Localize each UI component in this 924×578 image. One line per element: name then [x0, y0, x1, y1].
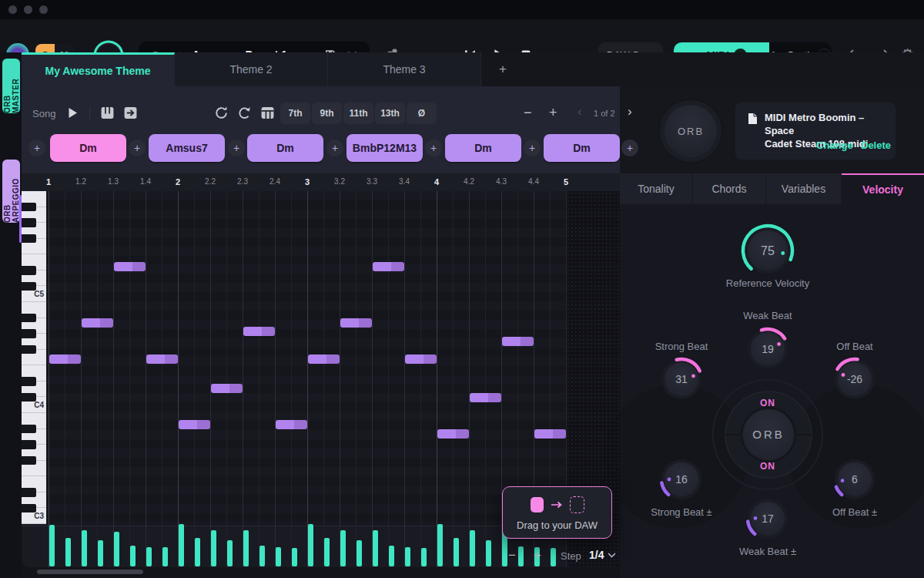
- add-chord-button[interactable]: +: [326, 139, 343, 156]
- chord-pill-dm[interactable]: Dm: [445, 134, 521, 162]
- add-chord-button[interactable]: +: [129, 139, 146, 156]
- tab-variables[interactable]: Variables: [766, 173, 842, 204]
- piano-black-key[interactable]: [22, 234, 36, 244]
- timeline-ruler[interactable]: 11.21.31.422.22.32.433.23.33.444.24.34.4…: [22, 173, 620, 191]
- velocity-bar[interactable]: [82, 530, 87, 566]
- tab-theme-1[interactable]: My Awesome Theme: [22, 52, 175, 86]
- window-dot-2[interactable]: [24, 5, 32, 14]
- velocity-bar[interactable]: [259, 546, 265, 566]
- page-next-icon[interactable]: ›: [628, 104, 632, 119]
- key-range-indicator[interactable]: [19, 195, 22, 243]
- midi-note[interactable]: [276, 420, 307, 429]
- velocity-bar[interactable]: [211, 530, 216, 566]
- midi-note[interactable]: [308, 355, 340, 364]
- step-plus-button[interactable]: +: [534, 548, 541, 563]
- midi-note[interactable]: [49, 355, 81, 364]
- song-play-icon[interactable]: [68, 107, 78, 119]
- extension-button-ø[interactable]: Ø: [407, 102, 437, 124]
- drag-to-daw-box[interactable]: Drag to your DAW: [502, 486, 612, 539]
- velocity-bar[interactable]: [179, 524, 184, 566]
- velocity-bar[interactable]: [551, 548, 556, 566]
- velocity-bar[interactable]: [373, 530, 378, 566]
- zoom-in-button[interactable]: +: [549, 105, 557, 121]
- off-pm-knob[interactable]: 6: [830, 455, 879, 507]
- page-prev-icon[interactable]: ‹: [578, 104, 582, 119]
- velocity-bar[interactable]: [98, 540, 103, 566]
- weak-knob[interactable]: 19: [743, 324, 792, 377]
- velocity-bar[interactable]: [308, 524, 313, 566]
- chord-pill-amsus7[interactable]: Amsus7: [149, 134, 225, 162]
- velocity-bar[interactable]: [195, 538, 200, 566]
- midi-note[interactable]: [405, 355, 437, 364]
- export-arrow-icon[interactable]: [123, 106, 138, 120]
- zoom-out-button[interactable]: −: [524, 105, 532, 121]
- midi-note[interactable]: [340, 318, 372, 328]
- sidebar-tab-orb-master[interactable]: ORB MASTER: [2, 59, 20, 113]
- velocity-bar[interactable]: [227, 540, 233, 566]
- step-minus-button[interactable]: −: [508, 548, 516, 563]
- tab-tonality[interactable]: Tonality: [620, 173, 693, 204]
- tab-velocity[interactable]: Velocity: [842, 173, 924, 204]
- weak-pm-knob[interactable]: 17: [743, 494, 792, 546]
- midi-note[interactable]: [373, 262, 404, 271]
- velocity-bar[interactable]: [324, 538, 330, 566]
- add-theme-button[interactable]: +: [495, 62, 511, 77]
- piano-black-key[interactable]: [22, 218, 36, 227]
- orb-on-bottom[interactable]: ON: [745, 461, 791, 472]
- velocity-bar[interactable]: [518, 546, 524, 566]
- chord-pill-bmbp12m13[interactable]: BmbP12M13: [346, 134, 423, 162]
- piano-black-key[interactable]: [22, 456, 36, 465]
- midi-note[interactable]: [146, 355, 178, 364]
- off-knob[interactable]: -26: [830, 355, 879, 407]
- chord-pill-dm[interactable]: Dm: [247, 134, 323, 162]
- horizontal-scrollbar[interactable]: [37, 570, 143, 574]
- piano-black-key[interactable]: [22, 266, 36, 275]
- midi-note[interactable]: [437, 429, 469, 439]
- piano-black-key[interactable]: [22, 282, 36, 291]
- midi-note[interactable]: [179, 420, 210, 429]
- velocity-bar[interactable]: [389, 546, 394, 566]
- reference-knob[interactable]: 75: [738, 220, 798, 284]
- strong-knob[interactable]: 31: [657, 355, 706, 407]
- song-orb-knob[interactable]: ORB: [658, 98, 724, 167]
- velocity-bar[interactable]: [243, 530, 249, 566]
- piano-black-key[interactable]: [22, 314, 36, 323]
- piano-black-key[interactable]: [22, 488, 36, 497]
- extension-button-11th[interactable]: 11th: [343, 102, 373, 124]
- midi-note[interactable]: [114, 262, 146, 271]
- piano-black-key[interactable]: [22, 504, 36, 513]
- strong-pm-knob[interactable]: 16: [657, 455, 706, 507]
- midi-note[interactable]: [82, 318, 113, 328]
- velocity-bar[interactable]: [162, 547, 168, 566]
- velocity-bar[interactable]: [276, 547, 281, 566]
- extension-button-13th[interactable]: 13th: [375, 102, 405, 124]
- add-chord-button[interactable]: +: [425, 139, 442, 156]
- midi-note[interactable]: [470, 393, 501, 402]
- extension-button-9th[interactable]: 9th: [312, 102, 342, 124]
- velocity-bar[interactable]: [405, 547, 410, 566]
- piano-black-key[interactable]: [22, 440, 36, 449]
- velocity-bar[interactable]: [292, 548, 297, 566]
- piano-black-key[interactable]: [22, 203, 36, 212]
- piano-black-key[interactable]: [22, 377, 36, 386]
- chord-pill-dm[interactable]: Dm: [544, 134, 620, 162]
- velocity-bar[interactable]: [114, 532, 119, 566]
- window-dot-1[interactable]: [8, 5, 17, 14]
- piano-black-key[interactable]: [22, 393, 36, 402]
- velocity-bar[interactable]: [486, 540, 491, 566]
- midi-note[interactable]: [502, 337, 534, 346]
- velocity-bar[interactable]: [470, 530, 475, 566]
- piano-black-key[interactable]: [22, 329, 36, 338]
- tab-theme-2[interactable]: Theme 2: [175, 52, 328, 86]
- midi-delete-link[interactable]: Delete: [861, 139, 891, 151]
- velocity-bar[interactable]: [65, 538, 71, 566]
- velocity-bar[interactable]: [146, 547, 152, 566]
- add-chord-button[interactable]: +: [524, 139, 541, 156]
- midi-note[interactable]: [243, 327, 275, 336]
- velocity-bar[interactable]: [340, 530, 346, 566]
- add-chord-button[interactable]: +: [228, 139, 245, 156]
- tab-chords[interactable]: Chords: [693, 173, 766, 204]
- velocity-bar[interactable]: [357, 540, 362, 566]
- orb-on-top[interactable]: ON: [745, 398, 791, 408]
- chevron-down-icon[interactable]: [608, 553, 616, 558]
